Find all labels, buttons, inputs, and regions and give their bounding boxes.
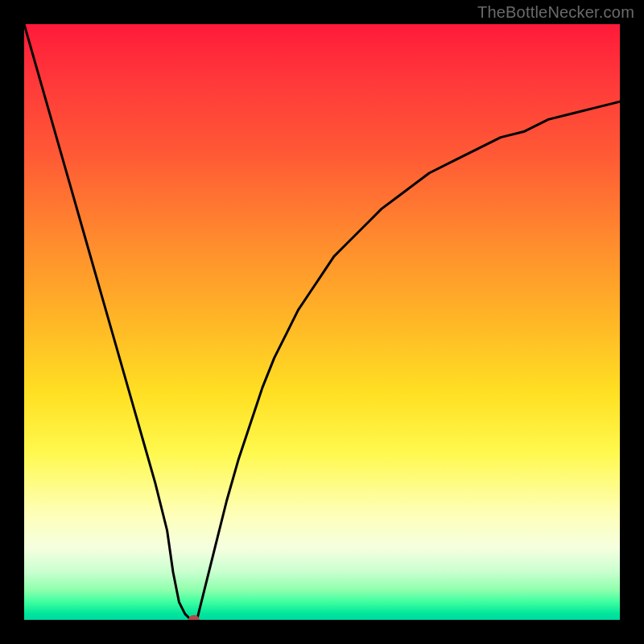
bottleneck-curve	[24, 24, 620, 620]
plot-area	[24, 24, 620, 620]
watermark-text: TheBottleNecker.com	[477, 3, 634, 22]
bottleneck-curve-svg	[24, 24, 620, 620]
chart-frame: TheBottleNecker.com	[0, 0, 644, 644]
